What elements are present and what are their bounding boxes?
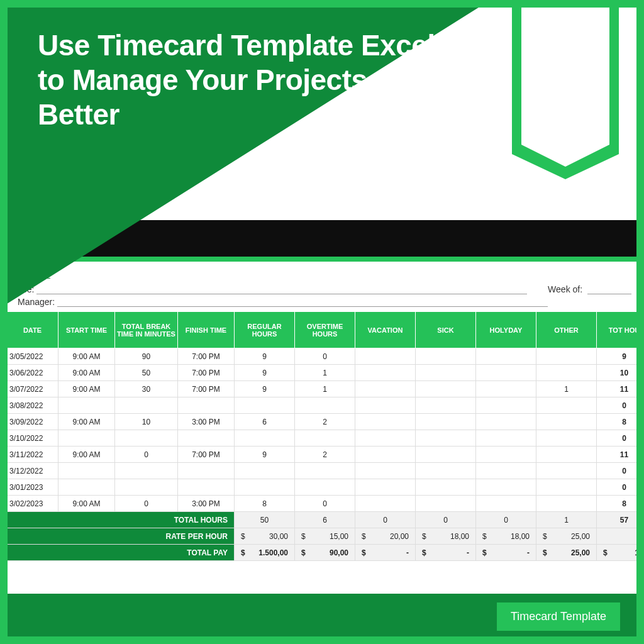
footer-bar: Timecard Template bbox=[6, 594, 638, 638]
table-row: 3/06/20229:00 AM507:00 PM9110 bbox=[7, 365, 645, 381]
cell-date: 3/10/2022 bbox=[7, 430, 58, 447]
cell-break bbox=[115, 430, 178, 447]
col-vacation: VACATION bbox=[355, 312, 416, 348]
cell-reg bbox=[235, 430, 295, 447]
cell-finish bbox=[178, 430, 235, 447]
cell-vac bbox=[355, 479, 416, 496]
cell-start bbox=[58, 430, 115, 447]
table-row: 3/11/20229:00 AM07:00 PM9211 bbox=[7, 447, 645, 463]
total-hours-label: TOTAL HOURS bbox=[7, 512, 235, 528]
rate-hol: $18,00 bbox=[476, 528, 536, 545]
cell-vac bbox=[355, 430, 416, 447]
table-row: 3/07/20229:00 AM307:00 PM91111 bbox=[7, 381, 645, 397]
cell-hol bbox=[476, 365, 536, 381]
cell-total: 0 bbox=[597, 479, 645, 496]
cell-break: 90 bbox=[115, 348, 178, 365]
cell-date: 3/08/2022 bbox=[7, 397, 58, 414]
rate-ot: $15,00 bbox=[295, 528, 355, 545]
cell-finish bbox=[178, 397, 235, 414]
cell-hol bbox=[476, 496, 536, 512]
cell-sick bbox=[416, 430, 476, 447]
th-hol: 0 bbox=[476, 512, 536, 528]
th-ot: 6 bbox=[295, 512, 355, 528]
table-row: 3/01/20230 bbox=[7, 479, 645, 496]
cell-start: 9:00 AM bbox=[58, 414, 115, 430]
cell-sick bbox=[416, 414, 476, 430]
cell-hol bbox=[476, 463, 536, 479]
col-date: DATE bbox=[7, 312, 58, 348]
cell-ot: 1 bbox=[295, 365, 355, 381]
cell-total: 9 bbox=[597, 348, 645, 365]
cell-ot bbox=[295, 463, 355, 479]
cell-ot bbox=[295, 479, 355, 496]
col-break: TOTAL BREAK TIME IN MINUTES bbox=[115, 312, 178, 348]
timecard-table: DATE START TIME TOTAL BREAK TIME IN MINU… bbox=[6, 311, 644, 561]
cell-start: 9:00 AM bbox=[58, 496, 115, 512]
col-other: OTHER bbox=[536, 312, 597, 348]
table-row: 3/10/20220 bbox=[7, 430, 645, 447]
cell-break bbox=[115, 479, 178, 496]
table-row: 3/12/20220 bbox=[7, 463, 645, 479]
th-total: 57 bbox=[597, 512, 645, 528]
cell-hol bbox=[476, 414, 536, 430]
cell-other: 1 bbox=[536, 381, 597, 397]
cell-start bbox=[58, 479, 115, 496]
cell-sick bbox=[416, 496, 476, 512]
rate-sick: $18,00 bbox=[416, 528, 476, 545]
cell-total: 8 bbox=[597, 496, 645, 512]
cell-vac bbox=[355, 447, 416, 463]
timecard-template-button[interactable]: Timecard Template bbox=[497, 602, 620, 631]
cell-hol bbox=[476, 348, 536, 365]
cell-other bbox=[536, 479, 597, 496]
cell-other bbox=[536, 397, 597, 414]
cell-start: 9:00 AM bbox=[58, 348, 115, 365]
cell-hol bbox=[476, 381, 536, 397]
cell-reg: 9 bbox=[235, 365, 295, 381]
cell-sick bbox=[416, 397, 476, 414]
cell-total: 10 bbox=[597, 365, 645, 381]
cell-reg: 8 bbox=[235, 496, 295, 512]
cell-reg: 9 bbox=[235, 381, 295, 397]
cell-reg bbox=[235, 397, 295, 414]
pay-reg: $1.500,00 bbox=[235, 545, 295, 561]
cell-finish: 7:00 PM bbox=[178, 381, 235, 397]
table-row: 3/05/20229:00 AM907:00 PM909 bbox=[7, 348, 645, 365]
cell-total: 11 bbox=[597, 381, 645, 397]
cell-total: 0 bbox=[597, 430, 645, 447]
cell-vac bbox=[355, 381, 416, 397]
summary-rate: RATE PER HOUR $30,00 $15,00 $20,00 $18,0… bbox=[7, 528, 645, 545]
ribbon-badge bbox=[512, 0, 619, 176]
cell-break bbox=[115, 463, 178, 479]
cell-break: 10 bbox=[115, 414, 178, 430]
cell-sick bbox=[416, 365, 476, 381]
rate-other: $25,00 bbox=[536, 528, 597, 545]
cell-sick bbox=[416, 348, 476, 365]
th-other: 1 bbox=[536, 512, 597, 528]
cell-ot: 0 bbox=[295, 496, 355, 512]
col-regular: REGULAR HOURS bbox=[235, 312, 295, 348]
cell-vac bbox=[355, 496, 416, 512]
cell-break: 50 bbox=[115, 365, 178, 381]
cell-other bbox=[536, 414, 597, 430]
cell-ot: 0 bbox=[295, 348, 355, 365]
table-header-row: DATE START TIME TOTAL BREAK TIME IN MINU… bbox=[7, 312, 645, 348]
pay-other: $25,00 bbox=[536, 545, 597, 561]
cell-date: 3/06/2022 bbox=[7, 365, 58, 381]
svg-marker-2 bbox=[521, 0, 609, 167]
cell-date: 3/07/2022 bbox=[7, 381, 58, 397]
rate-vac: $20,00 bbox=[355, 528, 416, 545]
cell-total: 8 bbox=[597, 414, 645, 430]
cell-date: 3/09/2022 bbox=[7, 414, 58, 430]
cell-start: 9:00 AM bbox=[58, 447, 115, 463]
cell-start bbox=[58, 463, 115, 479]
cell-ot bbox=[295, 430, 355, 447]
cell-finish bbox=[178, 479, 235, 496]
col-start: START TIME bbox=[58, 312, 115, 348]
cell-other bbox=[536, 496, 597, 512]
pay-label: TOTAL PAY bbox=[7, 545, 235, 561]
col-holyday: HOLYDAY bbox=[476, 312, 536, 348]
th-vac: 0 bbox=[355, 512, 416, 528]
cell-finish: 7:00 PM bbox=[178, 365, 235, 381]
cell-vac bbox=[355, 348, 416, 365]
rate-reg: $30,00 bbox=[235, 528, 295, 545]
